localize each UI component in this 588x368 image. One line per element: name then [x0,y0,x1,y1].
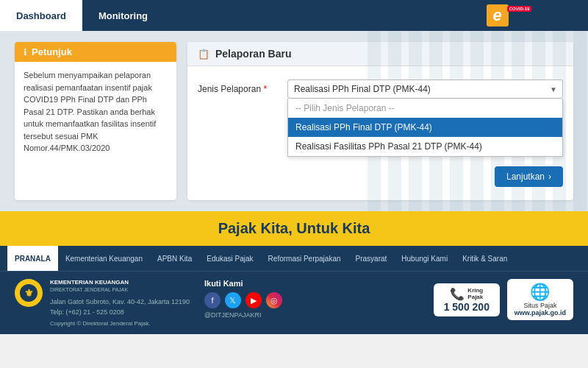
lanjutkan-button[interactable]: Lanjutkan › [495,166,563,187]
petunjuk-card: ℹ Petunjuk Sebelum menyampaikan pelapora… [15,42,176,200]
footer-nav-edukasi[interactable]: Edukasi Pajak [199,246,260,271]
footer-logo-icon: ⚜ [15,279,43,307]
footer-nav-kemenkeu[interactable]: Kementerian Keuangan [58,246,150,271]
arrow-right-icon: › [548,171,551,182]
footer-address: Jalan Gatot Subroto, Kav. 40-42, Jakarta… [50,297,190,317]
petunjuk-title: Petunjuk [32,46,72,57]
kring-number: 1 500 200 [444,301,490,313]
dropdown-item-pph-final[interactable]: Realisasi PPh Final DTP (PMK-44) [288,118,562,137]
svg-text:⚜: ⚜ [24,287,34,299]
footer-nav-pranala[interactable]: PRANALA [7,246,58,271]
social-icons: f 𝕏 ▶ ◎ [204,292,293,308]
dropdown-menu: -- Pilih Jenis Pelaporan -- Realisasi PP… [287,99,563,157]
header: Dashboard Monitoring e COVID-19 reportin… [0,0,588,31]
logo-wrapper: e COVID-19 reporting [487,4,581,26]
kring-label: Kring [467,287,483,294]
phone-icon: 📞 [450,287,465,301]
logo-area: e COVID-19 reporting [487,4,588,26]
yellow-banner: Pajak Kita, Untuk Kita [0,211,588,246]
footer-social-handle: @DITJENPAJAKRI [204,311,293,319]
facebook-icon[interactable]: f [204,292,220,308]
youtube-icon[interactable]: ▶ [245,292,262,308]
dropdown-item-placeholder[interactable]: -- Pilih Jenis Pelaporan -- [288,99,562,118]
content-row: ℹ Petunjuk Sebelum menyampaikan pelapora… [15,42,573,200]
footer-nav-reformasi[interactable]: Reformasi Perpajakan [261,246,348,271]
logo-e-letter: e [487,4,509,26]
footer-bottom: ⚜ KEMENTERIAN KEUANGAN DIREKTORAT JENDER… [0,271,588,334]
footer-logo-area: ⚜ KEMENTERIAN KEUANGAN DIREKTORAT JENDER… [15,279,190,327]
footer-social-area: Ikuti Kami f 𝕏 ▶ ◎ @DITJENPAJAKRI [204,279,293,319]
situs-label: Situs Pajak [523,302,556,309]
petunjuk-header: ℹ Petunjuk [15,42,176,62]
footer-logo-text: KEMENTERIAN KEUANGAN DIREKTORAT JENDERAL… [50,279,190,327]
footer-right: 📞 Kring Pajak 1 500 200 🌐 Situs Pajak ww… [434,279,573,320]
twitter-icon[interactable]: 𝕏 [225,292,241,308]
footer-social-title: Ikuti Kami [204,279,293,288]
nav-dashboard[interactable]: Dashboard [0,0,82,31]
jenis-label: Jenis Pelaporan * [198,79,279,94]
pajak-label: Pajak [467,294,483,300]
jenis-select[interactable]: -- Pilih Jenis Pelaporan -- Realisasi PP… [287,79,563,99]
footer-nav-hubungi[interactable]: Hubungi Kami [394,246,455,271]
footer-nav-kritik[interactable]: Kritik & Saran [455,246,514,271]
footer-nav-apbn[interactable]: APBN Kita [150,246,199,271]
required-marker: * [263,84,267,94]
logo-covid-badge: COVID-19 [507,6,532,12]
situs-url: www.pajak.go.id [514,309,566,316]
footer-nav-prasyarat[interactable]: Prasyarat [348,246,395,271]
footer-copyright: Copyright © Direktorat Jenderal Pajak. [50,320,190,327]
lanjutkan-label: Lanjutkan [506,171,545,182]
nav-monitoring[interactable]: Monitoring [82,0,164,31]
info-icon: ℹ [24,47,27,57]
form-row-jenis: Jenis Pelaporan * -- Pilih Jenis Pelapor… [198,79,563,99]
pelaporan-header: 📋 Pelaporan Baru [187,42,573,66]
pelaporan-body: Jenis Pelaporan * -- Pilih Jenis Pelapor… [187,66,573,200]
footer-ministry-name: KEMENTERIAN KEUANGAN [50,279,190,286]
main-content: ℹ Petunjuk Sebelum menyampaikan pelapora… [0,31,588,211]
dropdown-item-pasal21[interactable]: Realisasi Fasilitas PPh Pasal 21 DTP (PM… [288,137,562,156]
instagram-icon[interactable]: ◎ [266,292,282,308]
globe-icon: 🌐 [530,283,550,302]
select-wrapper: -- Pilih Jenis Pelaporan -- Realisasi PP… [287,79,563,99]
footer-nav: PRANALA Kementerian Keuangan APBN Kita E… [0,246,588,271]
kring-top: 📞 Kring Pajak [450,287,483,301]
garuda-icon: ⚜ [19,283,38,302]
situs-pajak-badge: 🌐 Situs Pajak www.pajak.go.id [507,279,573,320]
header-nav: Dashboard Monitoring [0,0,164,31]
document-icon: 📋 [198,49,209,60]
footer-directorate-name: DIREKTORAT JENDERAL PAJAK [50,286,190,293]
petunjuk-body: Sebelum menyampaikan pelaporan realisasi… [15,62,176,162]
pelaporan-title: Pelaporan Baru [215,48,291,60]
kring-pajak-badge: 📞 Kring Pajak 1 500 200 [434,283,500,316]
pelaporan-card: 📋 Pelaporan Baru Jenis Pelaporan * -- Pi… [187,42,573,200]
